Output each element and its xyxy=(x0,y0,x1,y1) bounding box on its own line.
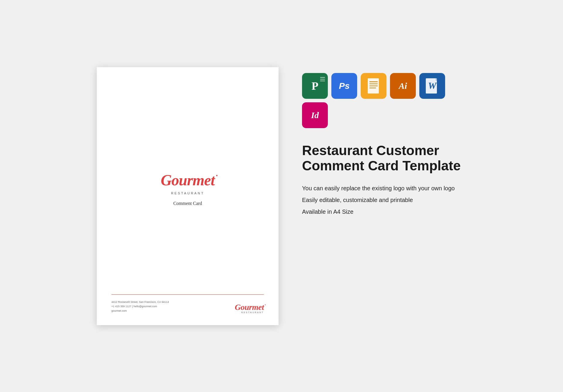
photoshop-icon: Ps xyxy=(331,73,357,99)
feature-list: You can easily replace the existing logo… xyxy=(302,184,466,216)
app-icons-row: P Ps xyxy=(302,73,466,128)
template-title: Restaurant Customer Comment Card Templat… xyxy=(302,143,466,174)
gourmet-logo-footer: Gourmet xyxy=(235,303,264,311)
feature-item: Available in A4 Size xyxy=(302,208,466,216)
page-wrapper: Gourmet RESTAURANT Comment Card 4412 Roo… xyxy=(0,50,563,343)
document-preview: Gourmet RESTAURANT Comment Card 4412 Roo… xyxy=(97,67,279,325)
word-icon: W xyxy=(419,73,445,99)
restaurant-sub-footer: RESTAURANT xyxy=(235,311,264,313)
info-panel: P Ps xyxy=(302,67,466,216)
pages-icon xyxy=(361,73,386,99)
footer-address: 4412 Roosevelt Street, San Francisco, CA… xyxy=(111,300,169,313)
comment-card-label: Comment Card xyxy=(173,201,202,206)
indesign-icon: Id xyxy=(302,102,328,128)
id-label: Id xyxy=(311,110,319,120)
footer-logo-block: Gourmet RESTAURANT xyxy=(235,303,264,313)
feature-item: You can easily replace the existing logo… xyxy=(302,184,466,192)
ai-label: Ai xyxy=(399,81,407,91)
address-line2: +1 415 359 1127 | hello@gourmet.com xyxy=(111,304,169,309)
gourmet-logo-main: Gourmet xyxy=(161,173,215,188)
doc-footer: 4412 Roosevelt Street, San Francisco, CA… xyxy=(111,294,264,313)
w-label: W xyxy=(428,80,436,91)
illustrator-icon: Ai xyxy=(390,73,416,99)
pages-doc-svg xyxy=(366,77,381,95)
feature-item: Easily editable, customizable and printa… xyxy=(302,196,466,204)
address-line1: 4412 Roosevelt Street, San Francisco, CA… xyxy=(111,300,169,304)
address-line3: gourmet.com xyxy=(111,309,169,313)
restaurant-sub-label: RESTAURANT xyxy=(171,191,204,195)
ps-label: Ps xyxy=(339,81,350,91)
doc-center-content: Gourmet RESTAURANT Comment Card xyxy=(161,85,215,294)
publisher-icon: P xyxy=(302,73,328,99)
